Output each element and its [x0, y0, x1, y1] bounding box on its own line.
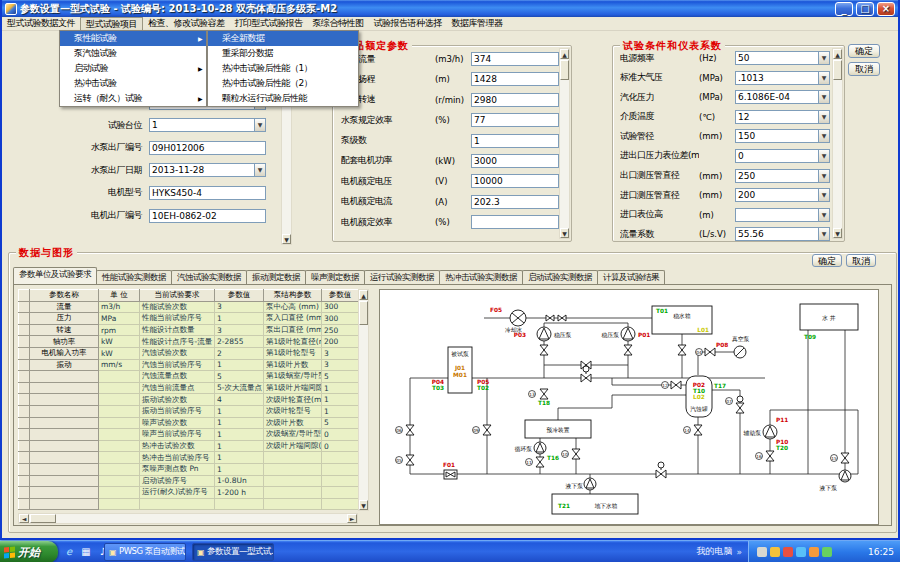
scroll-down-icon[interactable]: ▼ [359, 500, 368, 510]
scroll-up-icon[interactable]: ▲ [833, 49, 842, 59]
menubar-item-5[interactable]: 试验报告语种选择 [369, 17, 447, 30]
tab-7[interactable]: 启动试验实测数据 [522, 270, 598, 284]
field-input[interactable]: 1▼ [149, 118, 266, 132]
combo-arrow-icon[interactable]: ▼ [818, 228, 829, 240]
menu-item-1[interactable]: 重采部分数据 [208, 46, 358, 61]
desktop-toolbar[interactable]: 我的电脑 » [696, 545, 742, 558]
param-input[interactable]: ▼ [735, 208, 830, 222]
scroll-up-icon[interactable]: ▲ [359, 290, 368, 300]
param-input[interactable]: 0▼ [735, 149, 830, 163]
chevron-icon[interactable]: » [736, 547, 742, 557]
tab-4[interactable]: 噪声测定数据 [305, 270, 365, 284]
shield-icon[interactable] [822, 547, 832, 557]
col-header-4[interactable]: 泵结构参数 [264, 290, 322, 302]
combo-arrow-icon[interactable]: ▼ [818, 130, 829, 142]
combo-arrow-icon[interactable]: ▼ [818, 111, 829, 123]
param-input[interactable] [471, 215, 559, 229]
param-input[interactable]: 12▼ [735, 110, 830, 124]
tab-6[interactable]: 热冲击试验实测数据 [439, 270, 523, 284]
scroll-left-icon[interactable]: ◄ [19, 514, 29, 523]
network-icon[interactable] [796, 547, 806, 557]
task-button-0[interactable]: ▣PWSG 泵自动测试... [104, 543, 186, 561]
printer-icon[interactable] [757, 547, 767, 557]
param-input[interactable]: 1 [471, 134, 559, 148]
scroll-up-icon[interactable]: ▲ [560, 49, 569, 59]
menubar-item-4[interactable]: 泵综合特性图 [308, 17, 369, 30]
scroll-down-icon[interactable]: ▼ [833, 228, 842, 238]
scroll-thumb[interactable] [833, 60, 842, 80]
rated-scrollbar[interactable]: ▲ ▼ [559, 48, 570, 239]
browser-icon[interactable] [809, 547, 819, 557]
cond-scrollbar[interactable]: ▲ ▼ [832, 48, 843, 239]
combo-arrow-icon[interactable]: ▼ [254, 119, 265, 131]
menu-item-0[interactable]: 采全新数据 [208, 31, 358, 46]
menu-item-1[interactable]: 泵汽蚀试验 [60, 46, 206, 61]
scroll-thumb[interactable] [560, 60, 569, 80]
title-bar[interactable]: 参数设置—型式试验 - 试验编号: 2013-10-28 双壳体高压多级泵-M2… [2, 0, 898, 17]
close-button[interactable]: × [877, 2, 895, 16]
col-header-3[interactable]: 参数值 [215, 290, 264, 302]
alert-icon[interactable] [783, 547, 793, 557]
scroll-thumb[interactable] [30, 514, 56, 523]
menubar-item-6[interactable]: 数据库管理器 [447, 17, 508, 30]
param-input[interactable]: 374 [471, 52, 559, 66]
menubar-item-0[interactable]: 型式试验数据文件 [2, 17, 80, 30]
param-input[interactable]: 250▼ [735, 169, 830, 183]
param-input[interactable]: 3000 [471, 154, 559, 168]
param-table[interactable]: 参数名称单 位当前试验要求参数值泵结构参数参数值 流量m3/h性能试验次数3泵中… [18, 289, 359, 510]
col-header-5[interactable]: 参数值 [322, 290, 359, 302]
param-input[interactable]: 200▼ [735, 188, 830, 202]
col-header-1[interactable]: 单 位 [99, 290, 140, 302]
update-icon[interactable] [770, 547, 780, 557]
scroll-down-icon[interactable]: ▼ [560, 228, 569, 238]
menubar-item-1[interactable]: 型式试验项目 [80, 17, 143, 30]
menu-item-0[interactable]: 泵性能试验▶ [60, 31, 206, 46]
tab-5[interactable]: 运行试验实测数据 [364, 270, 440, 284]
start-button[interactable]: 开始 [0, 541, 58, 562]
field-input[interactable]: HYKS450-4 [149, 186, 266, 200]
param-input[interactable]: 202.3 [471, 195, 559, 209]
tab-0[interactable]: 参数单位及试验要求 [13, 267, 97, 284]
field-input[interactable]: 2013-11-28▼ [149, 163, 266, 177]
col-header-0[interactable]: 参数名称 [30, 290, 99, 302]
menu-item-3[interactable]: 热冲击试验后性能（2） [208, 76, 358, 91]
tab-2[interactable]: 汽蚀试验实测数据 [171, 270, 247, 284]
menu-item-4[interactable]: 运转（耐久）试验▶ [60, 91, 206, 106]
param-input[interactable]: 2980 [471, 93, 559, 107]
data-cancel-button[interactable]: 取消 [846, 254, 876, 267]
menubar-item-3[interactable]: 打印型式试验报告 [230, 17, 308, 30]
param-input[interactable]: 1428 [471, 72, 559, 86]
param-input[interactable]: 50▼ [735, 51, 830, 65]
combo-arrow-icon[interactable]: ▼ [818, 209, 829, 221]
tab-1[interactable]: 性能试验实测数据 [96, 270, 172, 284]
cancel-button[interactable]: 取消 [848, 62, 880, 76]
table-vscrollbar[interactable]: ▲ ▼ [358, 289, 369, 511]
field-input[interactable]: 10EH-0862-02 [149, 209, 266, 223]
menu-item-4[interactable]: 颗粒水运行试验后性能 [208, 91, 358, 106]
restore-button[interactable]: □ [856, 2, 874, 16]
table-hscrollbar[interactable]: ◄ ► [18, 513, 358, 524]
combo-arrow-icon[interactable]: ▼ [818, 170, 829, 182]
combo-arrow-icon[interactable]: ▼ [818, 72, 829, 84]
menubar-item-2[interactable]: 检查、修改试验容差 [143, 17, 230, 30]
data-ok-button[interactable]: 确定 [812, 254, 842, 267]
menu-item-2[interactable]: 启动试验▶ [60, 61, 206, 76]
combo-arrow-icon[interactable]: ▼ [818, 150, 829, 162]
combo-arrow-icon[interactable]: ▼ [818, 189, 829, 201]
scroll-thumb[interactable] [359, 301, 368, 325]
param-input[interactable]: 10000 [471, 174, 559, 188]
internet-explorer-icon[interactable]: e [62, 544, 76, 559]
scroll-right-icon[interactable]: ► [347, 514, 357, 523]
combo-arrow-icon[interactable]: ▼ [818, 52, 829, 64]
menu-item-3[interactable]: 热冲击试验 [60, 76, 206, 91]
combo-arrow-icon[interactable]: ▼ [254, 164, 265, 176]
param-input[interactable]: 77 [471, 113, 559, 127]
task-button-1[interactable]: ▣参数设置—型式试... [192, 543, 274, 561]
show-desktop-icon[interactable]: ▦ [79, 544, 93, 559]
menu-item-2[interactable]: 热冲击试验后性能（1） [208, 61, 358, 76]
tab-8[interactable]: 计算及试验结果 [597, 270, 665, 284]
param-input[interactable]: 55.56▼ [735, 227, 830, 241]
ok-button[interactable]: 确定 [848, 44, 880, 58]
col-header-2[interactable]: 当前试验要求 [140, 290, 215, 302]
param-input[interactable]: .1013▼ [735, 71, 830, 85]
